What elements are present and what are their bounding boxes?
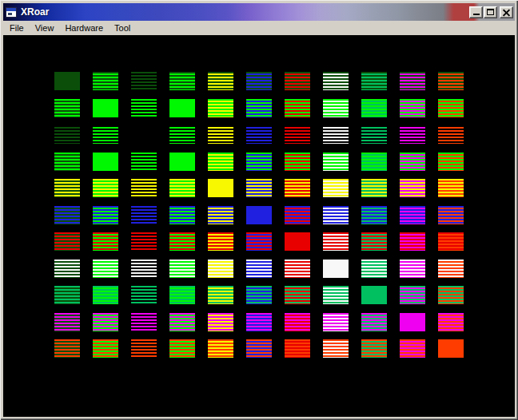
color-swatch <box>169 206 195 224</box>
color-swatch <box>208 339 233 358</box>
color-swatch <box>54 339 80 358</box>
color-swatch <box>208 179 233 197</box>
color-swatch <box>93 286 118 304</box>
close-button[interactable] <box>500 6 513 18</box>
color-swatch <box>54 206 80 224</box>
color-swatch <box>361 72 387 90</box>
color-swatch <box>323 179 349 197</box>
color-swatch <box>361 286 387 304</box>
color-swatch <box>93 313 118 331</box>
color-swatch <box>400 260 425 278</box>
color-swatch <box>208 232 233 251</box>
color-swatch <box>54 260 80 278</box>
color-swatch <box>54 153 80 171</box>
color-swatch <box>285 339 310 358</box>
xroar-window: XRoar FileViewHardwareTool <box>0 0 518 420</box>
color-swatch <box>285 232 310 251</box>
color-swatch <box>246 153 272 171</box>
color-swatch <box>438 179 464 197</box>
color-swatch <box>438 72 464 90</box>
color-swatch <box>246 99 272 117</box>
color-swatch <box>285 179 310 197</box>
color-swatch <box>54 313 80 331</box>
color-swatch <box>131 260 157 278</box>
close-icon <box>503 9 510 16</box>
color-swatch <box>93 99 118 117</box>
app-icon[interactable] <box>6 7 17 18</box>
color-swatch <box>438 286 464 304</box>
color-swatch <box>131 313 157 331</box>
emulator-screen[interactable] <box>3 35 515 417</box>
color-swatch <box>400 125 425 144</box>
color-swatch <box>400 232 425 251</box>
menu-item-hardware[interactable]: Hardware <box>59 22 109 34</box>
color-swatch <box>246 260 272 278</box>
color-swatch <box>438 99 464 117</box>
color-swatch <box>323 99 349 117</box>
titlebar[interactable]: XRoar <box>3 3 515 21</box>
color-swatch <box>208 313 233 331</box>
color-swatch <box>323 72 349 90</box>
color-swatch <box>93 260 118 278</box>
color-swatch <box>323 339 349 358</box>
color-swatch <box>169 286 195 304</box>
color-swatch <box>323 125 349 144</box>
color-swatch <box>208 125 233 144</box>
color-swatch <box>246 179 272 197</box>
color-swatch <box>54 286 80 304</box>
color-swatch <box>54 125 80 144</box>
menu-item-file[interactable]: File <box>4 22 30 34</box>
menu-item-tool[interactable]: Tool <box>109 22 136 34</box>
color-swatch <box>361 313 387 331</box>
color-swatch <box>131 99 157 117</box>
color-swatch <box>400 286 425 304</box>
color-swatch <box>246 125 272 144</box>
color-swatch <box>208 206 233 224</box>
color-swatch <box>169 99 195 117</box>
color-swatch <box>246 313 272 331</box>
color-swatch <box>169 232 195 251</box>
color-swatch <box>131 286 157 304</box>
menu-item-view[interactable]: View <box>30 22 60 34</box>
color-swatch <box>54 232 80 251</box>
color-swatch <box>361 260 387 278</box>
color-swatch <box>131 206 157 224</box>
color-swatch <box>93 72 118 90</box>
color-swatch <box>246 206 272 224</box>
color-swatch <box>438 153 464 171</box>
minimize-icon <box>473 14 480 15</box>
color-swatch <box>361 125 387 144</box>
color-swatch <box>93 339 118 358</box>
color-swatch <box>438 206 464 224</box>
color-swatch <box>131 125 157 144</box>
color-swatch <box>323 206 349 224</box>
color-swatch <box>93 153 118 171</box>
window-controls <box>468 6 513 18</box>
color-swatch <box>169 72 195 90</box>
color-swatch <box>361 153 387 171</box>
color-swatch <box>208 286 233 304</box>
color-swatch <box>438 232 464 251</box>
color-swatch <box>285 153 310 171</box>
color-swatch <box>246 72 272 90</box>
color-swatch <box>131 153 157 171</box>
color-swatch <box>438 260 464 278</box>
color-swatch <box>323 286 349 304</box>
color-swatch <box>246 339 272 358</box>
minimize-button[interactable] <box>469 6 483 18</box>
color-swatch <box>400 153 425 171</box>
color-swatch <box>361 206 387 224</box>
color-swatch <box>169 339 195 358</box>
color-swatch <box>169 179 195 197</box>
maximize-button[interactable] <box>484 6 497 18</box>
color-swatch <box>323 153 349 171</box>
color-swatch <box>361 339 387 358</box>
color-swatch <box>400 313 425 331</box>
color-swatch <box>208 260 233 278</box>
color-swatch <box>361 99 387 117</box>
color-swatch <box>131 339 157 358</box>
color-swatch <box>208 153 233 171</box>
color-swatch <box>438 125 464 144</box>
color-swatch <box>93 206 118 224</box>
color-swatch <box>169 125 195 144</box>
